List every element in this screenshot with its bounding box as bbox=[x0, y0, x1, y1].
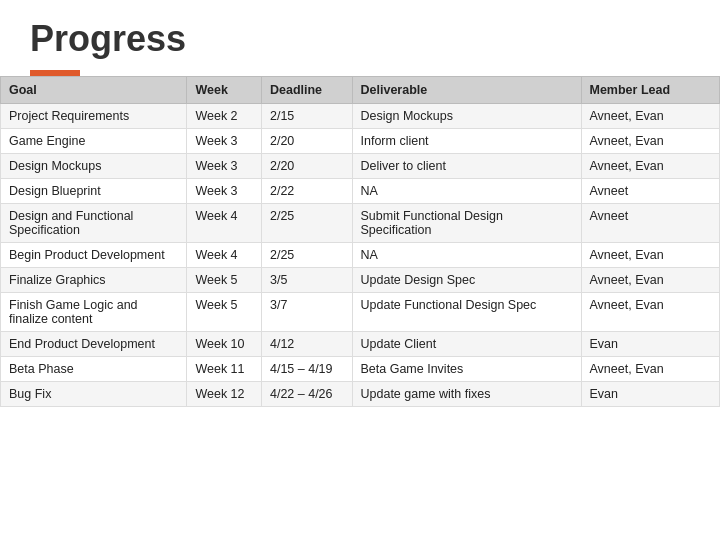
cell-deliverable: Update Client bbox=[352, 332, 581, 357]
col-header-week: Week bbox=[187, 77, 262, 104]
cell-deadline: 2/22 bbox=[261, 179, 352, 204]
cell-goal: Beta Phase bbox=[1, 357, 187, 382]
cell-week: Week 12 bbox=[187, 382, 262, 407]
cell-deadline: 4/22 – 4/26 bbox=[261, 382, 352, 407]
col-header-member-lead: Member Lead bbox=[581, 77, 720, 104]
table-row: End Product DevelopmentWeek 104/12Update… bbox=[1, 332, 720, 357]
cell-deliverable: Design Mockups bbox=[352, 104, 581, 129]
cell-member_lead: Avneet, Evan bbox=[581, 104, 720, 129]
table-row: Finalize GraphicsWeek 53/5Update Design … bbox=[1, 268, 720, 293]
cell-member_lead: Avneet, Evan bbox=[581, 129, 720, 154]
cell-deadline: 2/20 bbox=[261, 154, 352, 179]
cell-member_lead: Avneet bbox=[581, 179, 720, 204]
cell-goal: Design Blueprint bbox=[1, 179, 187, 204]
page-title: Progress bbox=[30, 18, 690, 60]
cell-week: Week 5 bbox=[187, 293, 262, 332]
cell-deliverable: Submit Functional Design Specification bbox=[352, 204, 581, 243]
cell-deadline: 3/7 bbox=[261, 293, 352, 332]
cell-deadline: 2/20 bbox=[261, 129, 352, 154]
title-section: Progress bbox=[0, 0, 720, 70]
col-header-deliverable: Deliverable bbox=[352, 77, 581, 104]
progress-table: Goal Week Deadline Deliverable Member Le… bbox=[0, 76, 720, 407]
cell-goal: End Product Development bbox=[1, 332, 187, 357]
cell-member_lead: Avneet, Evan bbox=[581, 154, 720, 179]
table-row: Bug FixWeek 124/22 – 4/26Update game wit… bbox=[1, 382, 720, 407]
cell-deliverable: NA bbox=[352, 179, 581, 204]
table-row: Project RequirementsWeek 22/15Design Moc… bbox=[1, 104, 720, 129]
col-header-deadline: Deadline bbox=[261, 77, 352, 104]
cell-goal: Design Mockups bbox=[1, 154, 187, 179]
cell-week: Week 5 bbox=[187, 268, 262, 293]
table-row: Finish Game Logic and finalize contentWe… bbox=[1, 293, 720, 332]
table-row: Begin Product DevelopmentWeek 42/25NAAvn… bbox=[1, 243, 720, 268]
table-row: Beta PhaseWeek 114/15 – 4/19Beta Game In… bbox=[1, 357, 720, 382]
cell-goal: Game Engine bbox=[1, 129, 187, 154]
cell-week: Week 4 bbox=[187, 204, 262, 243]
cell-goal: Finish Game Logic and finalize content bbox=[1, 293, 187, 332]
cell-deadline: 2/25 bbox=[261, 243, 352, 268]
cell-deliverable: Update Functional Design Spec bbox=[352, 293, 581, 332]
cell-goal: Bug Fix bbox=[1, 382, 187, 407]
table-row: Design MockupsWeek 32/20Deliver to clien… bbox=[1, 154, 720, 179]
cell-goal: Begin Product Development bbox=[1, 243, 187, 268]
table-header-row: Goal Week Deadline Deliverable Member Le… bbox=[1, 77, 720, 104]
cell-deadline: 2/25 bbox=[261, 204, 352, 243]
cell-deliverable: Beta Game Invites bbox=[352, 357, 581, 382]
cell-deliverable: Deliver to client bbox=[352, 154, 581, 179]
cell-member_lead: Evan bbox=[581, 332, 720, 357]
cell-goal: Project Requirements bbox=[1, 104, 187, 129]
cell-deliverable: NA bbox=[352, 243, 581, 268]
cell-member_lead: Avneet, Evan bbox=[581, 293, 720, 332]
cell-member_lead: Avneet, Evan bbox=[581, 243, 720, 268]
cell-member_lead: Avneet bbox=[581, 204, 720, 243]
table-row: Design and Functional SpecificationWeek … bbox=[1, 204, 720, 243]
cell-deliverable: Update Design Spec bbox=[352, 268, 581, 293]
cell-deadline: 4/12 bbox=[261, 332, 352, 357]
cell-member_lead: Evan bbox=[581, 382, 720, 407]
progress-page: Progress Goal Week Deadline Deliverable … bbox=[0, 0, 720, 540]
cell-week: Week 3 bbox=[187, 179, 262, 204]
cell-deadline: 4/15 – 4/19 bbox=[261, 357, 352, 382]
cell-member_lead: Avneet, Evan bbox=[581, 268, 720, 293]
cell-deliverable: Inform client bbox=[352, 129, 581, 154]
table-row: Game EngineWeek 32/20Inform clientAvneet… bbox=[1, 129, 720, 154]
cell-member_lead: Avneet, Evan bbox=[581, 357, 720, 382]
cell-week: Week 4 bbox=[187, 243, 262, 268]
cell-deliverable: Update game with fixes bbox=[352, 382, 581, 407]
cell-week: Week 3 bbox=[187, 129, 262, 154]
cell-week: Week 11 bbox=[187, 357, 262, 382]
cell-week: Week 3 bbox=[187, 154, 262, 179]
cell-deadline: 2/15 bbox=[261, 104, 352, 129]
cell-goal: Design and Functional Specification bbox=[1, 204, 187, 243]
cell-week: Week 10 bbox=[187, 332, 262, 357]
cell-deadline: 3/5 bbox=[261, 268, 352, 293]
cell-goal: Finalize Graphics bbox=[1, 268, 187, 293]
table-row: Design BlueprintWeek 32/22NAAvneet bbox=[1, 179, 720, 204]
cell-week: Week 2 bbox=[187, 104, 262, 129]
col-header-goal: Goal bbox=[1, 77, 187, 104]
